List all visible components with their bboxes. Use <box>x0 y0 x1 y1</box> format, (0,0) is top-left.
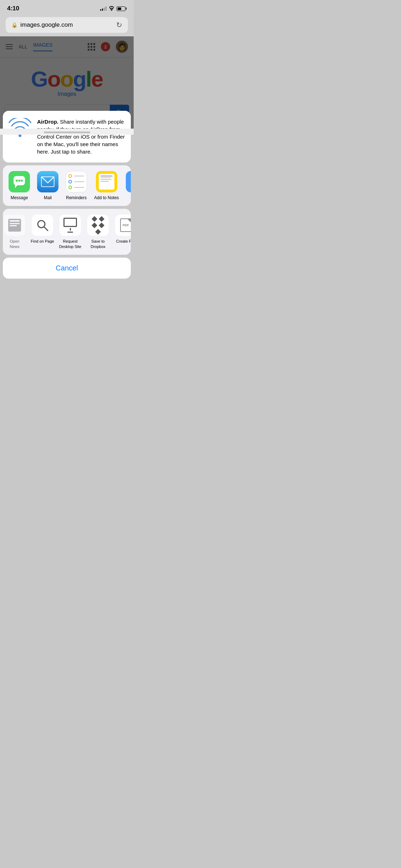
airdrop-section: AirDrop. Share instantly with people nea… <box>3 111 131 162</box>
action-save-dropbox[interactable]: Save toDropbox <box>86 215 110 249</box>
svg-point-4 <box>18 180 20 182</box>
svg-line-15 <box>44 227 48 231</box>
signal-icon <box>100 6 107 11</box>
address-bar-container: 🔒 images.google.com ↻ <box>0 14 134 36</box>
status-icons <box>100 6 127 11</box>
svg-point-3 <box>16 180 18 182</box>
home-bar <box>44 131 90 133</box>
svg-point-5 <box>21 180 23 182</box>
reload-icon[interactable]: ↻ <box>116 21 122 29</box>
svg-marker-2 <box>15 185 18 188</box>
cancel-label: Cancel <box>56 264 78 272</box>
wifi-icon <box>109 6 114 11</box>
app-mail-label: Mail <box>44 195 52 200</box>
apps-row: Message Mail <box>3 171 131 200</box>
svg-point-0 <box>19 134 21 137</box>
action-find-on-page[interactable]: Find on Page <box>30 215 55 249</box>
app-reminders-label: Reminders <box>66 195 87 200</box>
status-time: 4:10 <box>7 5 19 12</box>
svg-rect-12 <box>10 223 20 224</box>
airdrop-description: AirDrop. Share instantly with people nea… <box>37 118 125 155</box>
home-indicator <box>0 129 134 135</box>
action-find-on-page-label: Find on Page <box>31 239 54 244</box>
battery-icon <box>117 6 127 11</box>
action-create-pdf-label: Create P… <box>116 239 131 244</box>
app-message-label: Message <box>11 195 28 200</box>
app-reminders[interactable]: Reminders <box>66 171 87 200</box>
action-open-news-label: OpenNews <box>10 239 20 249</box>
svg-rect-11 <box>10 220 20 222</box>
svg-rect-13 <box>10 225 17 226</box>
address-bar[interactable]: 🔒 images.google.com ↻ <box>6 17 128 33</box>
app-notes-label: Add to Notes <box>94 195 119 200</box>
actions-section: OpenNews Find on Page <box>3 209 131 255</box>
status-bar: 4:10 <box>0 0 134 14</box>
actions-row: OpenNews Find on Page <box>3 215 131 249</box>
app-message[interactable]: Message <box>9 171 30 200</box>
action-save-dropbox-label: Save toDropbox <box>91 239 106 249</box>
address-text: images.google.com <box>20 21 73 29</box>
app-more[interactable]: More <box>126 171 131 200</box>
action-request-desktop-label: RequestDesktop Site <box>59 239 81 249</box>
action-create-pdf[interactable]: PDF Create P… <box>113 215 131 249</box>
action-open-news[interactable]: OpenNews <box>3 215 27 249</box>
apps-section: Message Mail <box>3 165 131 206</box>
action-request-desktop[interactable]: RequestDesktop Site <box>58 215 83 249</box>
share-sheet: AirDrop. Share instantly with people nea… <box>0 111 134 289</box>
lock-icon: 🔒 <box>11 22 17 28</box>
app-mail[interactable]: Mail <box>37 171 58 200</box>
cancel-button[interactable]: Cancel <box>3 258 131 279</box>
app-notes[interactable]: Add to Notes <box>94 171 119 200</box>
